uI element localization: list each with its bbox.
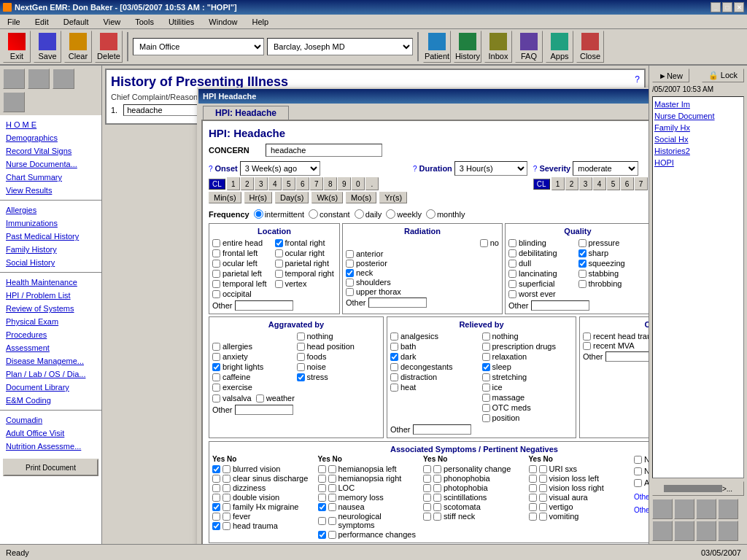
- freq-intermittent[interactable]: [254, 209, 263, 219]
- assoc-yes-clear-sinus-discharge[interactable]: [212, 475, 220, 483]
- loc-parietal-right[interactable]: [275, 260, 283, 268]
- assoc-no-stiff-neck[interactable]: [433, 513, 441, 521]
- rel-relaxation[interactable]: [482, 353, 490, 361]
- aggr-bright-lights[interactable]: [212, 363, 220, 371]
- sidebar-item-plan[interactable]: Plan / Lab / OS / Dia...: [0, 368, 101, 381]
- assoc-no-scintillations[interactable]: [433, 494, 441, 502]
- qual-blinding[interactable]: [508, 239, 516, 247]
- freq-monthly[interactable]: [426, 209, 436, 219]
- sidebar-item-pmh[interactable]: Past Medical History: [0, 230, 101, 243]
- loc-temporal-left[interactable]: [212, 280, 220, 288]
- onset-select[interactable]: 3 Week(s) ago: [240, 161, 320, 176]
- assoc-no-neurological-symptoms[interactable]: [328, 517, 336, 525]
- right-item-master[interactable]: Master Im: [654, 98, 742, 110]
- sev-2[interactable]: 2: [565, 177, 578, 190]
- menu-help[interactable]: Help: [247, 16, 273, 28]
- rel-position[interactable]: [482, 414, 490, 422]
- rel-massage[interactable]: [482, 394, 490, 402]
- rel-bath[interactable]: [390, 343, 398, 351]
- assoc-no-dizziness[interactable]: [222, 484, 231, 492]
- assoc-no-family-Hx-migraine[interactable]: [222, 503, 231, 511]
- radiation-other-input[interactable]: [368, 298, 427, 308]
- assoc-no-personality-change[interactable]: [433, 465, 441, 473]
- loc-occipital[interactable]: [212, 290, 220, 298]
- assoc-no-URI-sxs[interactable]: [539, 465, 547, 473]
- assoc-yes-family-Hx-migraine[interactable]: [212, 503, 220, 511]
- loc-ocular-left[interactable]: [212, 260, 220, 268]
- sidebar-item-procedures[interactable]: Procedures: [0, 328, 101, 341]
- assoc-yes-vision-loss-right[interactable]: [529, 484, 537, 492]
- qual-throbbing[interactable]: [578, 280, 587, 288]
- sidebar-item-view-results[interactable]: View Results: [0, 184, 101, 197]
- onset-num-4[interactable]: 4: [268, 177, 282, 190]
- menu-default[interactable]: Default: [59, 16, 93, 28]
- no-assoc-symptoms[interactable]: [634, 456, 642, 464]
- assoc-no-visual-aura[interactable]: [539, 494, 547, 502]
- assoc-no-vertigo[interactable]: [539, 503, 547, 511]
- assoc-no-performance-changes[interactable]: [328, 531, 336, 539]
- assoc-yes-double-vision[interactable]: [212, 494, 220, 502]
- right-item-hopi[interactable]: HOPI: [654, 157, 742, 168]
- location-other-input[interactable]: [235, 300, 293, 311]
- sidebar-item-chart-summary[interactable]: Chart Summary: [0, 171, 101, 184]
- assoc-yes-scotomata[interactable]: [423, 503, 431, 511]
- assoc-no-hemianopsia-right[interactable]: [328, 475, 336, 483]
- loc-entire-head[interactable]: [212, 239, 220, 247]
- assoc-no-vomiting[interactable]: [539, 513, 547, 521]
- duration-select[interactable]: 3 Hour(s): [454, 161, 527, 176]
- new-button[interactable]: ►New: [652, 69, 689, 82]
- assoc-no-double-vision[interactable]: [222, 494, 231, 502]
- assoc-yes-hemianopsia-left[interactable]: [318, 465, 326, 473]
- assoc-yes-URI-sxs[interactable]: [529, 465, 537, 473]
- sidebar-item-health-maint[interactable]: Health Maintenance: [0, 276, 101, 289]
- onset-num-2[interactable]: 2: [241, 177, 254, 190]
- qual-sharp[interactable]: [578, 249, 587, 257]
- scroll-more-btn[interactable]: ...: [727, 485, 732, 493]
- ctx-recent-mva[interactable]: [583, 342, 591, 350]
- qual-lancinating[interactable]: [508, 270, 516, 278]
- sidebar-item-doc-library[interactable]: Document Library: [0, 381, 101, 394]
- assoc-yes-memory-loss[interactable]: [318, 494, 326, 502]
- loc-parietal-left[interactable]: [212, 270, 220, 278]
- qual-superficial[interactable]: [508, 280, 516, 288]
- sidebar-icon-3[interactable]: [53, 69, 74, 89]
- right-icon-1[interactable]: [652, 499, 673, 519]
- ctx-head-trauma[interactable]: [583, 332, 591, 341]
- rad-shoulders[interactable]: [346, 279, 354, 287]
- qual-stabbing[interactable]: [578, 270, 587, 278]
- other-pert-link[interactable]: Other pertinent negatives: [634, 506, 649, 514]
- relieved-other-input[interactable]: [413, 424, 471, 435]
- assoc-yes-phonophobia[interactable]: [423, 475, 431, 483]
- right-item-family-hx[interactable]: Family Hx: [654, 122, 742, 133]
- lock-button[interactable]: 🔒 Lock: [702, 69, 744, 82]
- day-btn[interactable]: Day(s): [275, 192, 309, 203]
- menu-file[interactable]: File: [3, 16, 25, 28]
- assoc-no-LOC[interactable]: [328, 484, 336, 492]
- rad-neck[interactable]: [346, 269, 354, 277]
- assoc-yes-performance-changes[interactable]: [318, 531, 326, 539]
- right-item-nurse-doc[interactable]: Nurse Document: [654, 110, 742, 122]
- provider-dropdown[interactable]: Barclay, Joseph MD: [267, 38, 413, 55]
- sidebar-item-home[interactable]: H O M E: [0, 118, 101, 131]
- sidebar-item-adult-office[interactable]: Adult Office Visit: [0, 427, 101, 440]
- sidebar-item-nurse[interactable]: Nurse Documenta...: [0, 158, 101, 171]
- context-other-input[interactable]: [605, 351, 649, 362]
- right-icon-6[interactable]: [674, 521, 694, 541]
- sidebar-item-social-hx[interactable]: Social History: [0, 256, 101, 269]
- aggr-nothing[interactable]: [297, 332, 305, 341]
- assoc-yes-nausea[interactable]: [318, 503, 326, 511]
- history-button[interactable]: History: [454, 31, 481, 63]
- assoc-yes-personality-change[interactable]: [423, 465, 431, 473]
- rad-anterior[interactable]: [346, 250, 354, 258]
- aggravated-other-input[interactable]: [235, 405, 293, 415]
- qual-pressure[interactable]: [578, 239, 587, 247]
- assoc-yes-dizziness[interactable]: [212, 484, 220, 492]
- menu-utilities[interactable]: Utilities: [164, 16, 198, 28]
- other-assoc-link[interactable]: Other associated symptoms: [634, 493, 649, 501]
- assoc-no-scotomata[interactable]: [433, 503, 441, 511]
- all-others-negative[interactable]: [634, 479, 642, 487]
- exit-button[interactable]: Exit: [3, 31, 31, 63]
- print-document-button[interactable]: Print Document: [3, 459, 98, 476]
- menu-edit[interactable]: Edit: [31, 16, 53, 28]
- rel-otc-meds[interactable]: [482, 404, 490, 412]
